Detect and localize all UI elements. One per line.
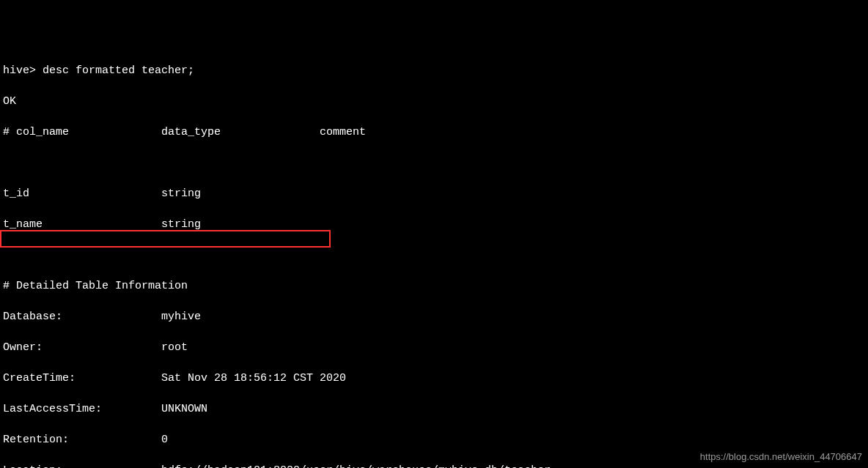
col-name: t_id	[3, 187, 29, 200]
detailed-header: # Detailed Table Information	[3, 278, 865, 294]
label: Retention:	[3, 434, 69, 446]
lastaccess-row: LastAccessTime: UNKNOWN	[3, 401, 865, 417]
retention-row: Retention: 0	[3, 432, 865, 447]
command-prompt[interactable]: hive> desc formatted teacher;	[3, 63, 865, 78]
highlight-rectangle	[0, 230, 331, 248]
header-data-type: data_type	[161, 126, 221, 138]
value: root	[161, 341, 188, 354]
column-row: t_name string	[3, 217, 865, 232]
database-row: Database: myhive	[3, 309, 865, 324]
header-row: # col_name data_type comment	[3, 125, 865, 140]
label: Database:	[3, 311, 62, 323]
ok-line: OK	[3, 94, 865, 109]
value: UNKNOWN	[161, 403, 207, 415]
blank-line	[3, 155, 865, 171]
watermark: https://blog.csdn.net/weixin_44706647	[700, 450, 862, 464]
header-col-name: # col_name	[3, 126, 69, 138]
value: Sat Nov 28 18:56:12 CST 2020	[161, 372, 346, 385]
value: hdfs://hadoop101:8020/user/hive/warehous…	[161, 464, 551, 468]
blank-line	[3, 248, 865, 263]
value: myhive	[161, 311, 201, 323]
createtime-row: CreateTime: Sat Nov 28 18:56:12 CST 2020	[3, 371, 865, 386]
owner-row: Owner: root	[3, 340, 865, 355]
column-row: t_id string	[3, 186, 865, 201]
label: LastAccessTime:	[3, 403, 102, 415]
label: Location:	[3, 464, 62, 468]
location-row: Location: hdfs://hadoop101:8020/user/hiv…	[3, 463, 865, 468]
col-type: string	[161, 187, 201, 200]
header-comment: comment	[320, 126, 366, 138]
label: CreateTime:	[3, 372, 76, 385]
col-name: t_name	[3, 218, 43, 231]
label: Owner:	[3, 341, 43, 354]
value: 0	[161, 434, 168, 446]
col-type: string	[161, 218, 201, 231]
